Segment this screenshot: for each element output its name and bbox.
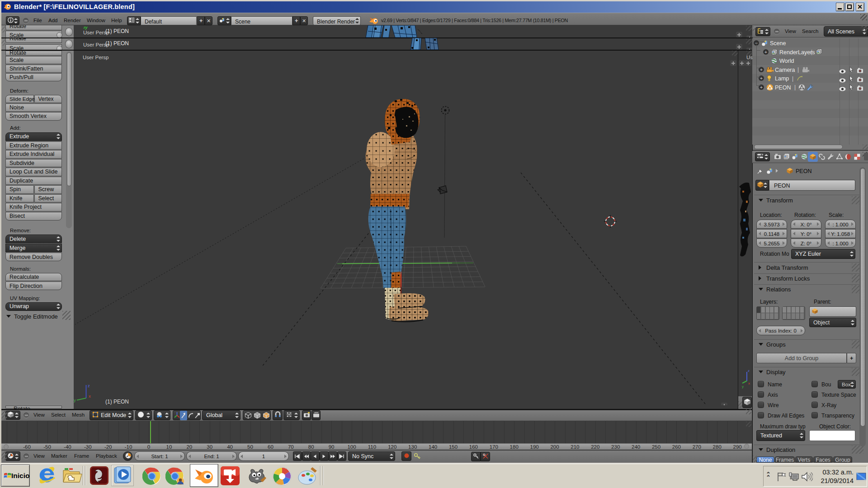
svg-text:z: z: [88, 383, 90, 388]
svg-text:z: z: [748, 369, 750, 373]
svg-text:x: x: [89, 394, 91, 399]
svg-text:x: x: [748, 381, 750, 385]
svg-text:y: y: [74, 398, 76, 403]
svg-text:y: y: [742, 385, 744, 389]
